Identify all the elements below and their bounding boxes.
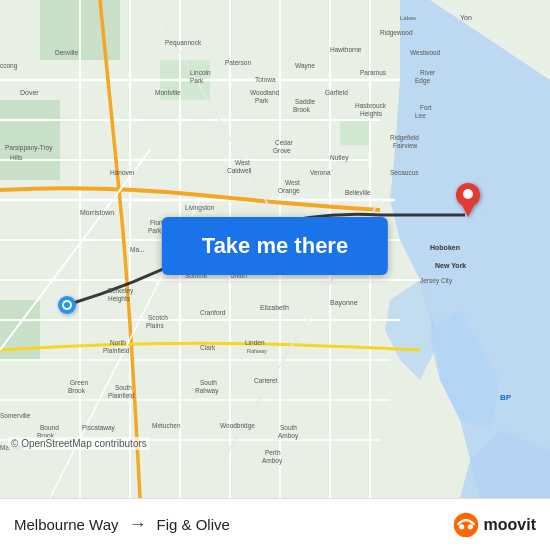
moovit-icon [452, 511, 480, 539]
svg-text:Cranford: Cranford [200, 309, 226, 316]
svg-text:Brook: Brook [293, 106, 311, 113]
svg-text:South: South [280, 424, 297, 431]
svg-text:Denville: Denville [55, 49, 79, 56]
svg-rect-9 [340, 120, 370, 145]
svg-text:Rahway: Rahway [247, 348, 267, 354]
svg-text:Heights: Heights [360, 110, 383, 118]
svg-text:Elizabeth: Elizabeth [260, 304, 289, 311]
svg-text:Berkeley: Berkeley [108, 287, 134, 295]
svg-text:Somerville: Somerville [0, 412, 31, 419]
svg-text:Rahway: Rahway [195, 387, 219, 395]
arrow-icon: → [129, 514, 147, 535]
svg-text:Caldwell: Caldwell [227, 167, 252, 174]
svg-text:Hawthorne: Hawthorne [330, 46, 362, 53]
svg-text:Bound: Bound [40, 424, 59, 431]
svg-point-121 [467, 524, 472, 529]
svg-text:Park: Park [190, 77, 204, 84]
svg-text:Heights: Heights [108, 295, 131, 303]
svg-text:South: South [115, 384, 132, 391]
svg-text:Ridgewood: Ridgewood [380, 29, 413, 37]
svg-text:Carteret: Carteret [254, 377, 278, 384]
svg-text:North: North [110, 339, 126, 346]
svg-text:Jersey City: Jersey City [420, 277, 453, 285]
svg-text:Belleville: Belleville [345, 189, 371, 196]
bottom-bar: Melbourne Way → Fig & Olive moovit [0, 498, 550, 550]
svg-text:Fairview: Fairview [393, 142, 418, 149]
svg-text:Hasbrouck: Hasbrouck [355, 102, 387, 109]
map-attribution: © OpenStreetMap contributors [8, 437, 150, 450]
svg-point-120 [459, 524, 464, 529]
svg-text:River: River [420, 69, 436, 76]
svg-text:Park: Park [255, 97, 269, 104]
moovit-text: moovit [484, 516, 536, 534]
svg-text:Verona: Verona [310, 169, 331, 176]
svg-text:West: West [235, 159, 250, 166]
app: Dover Denville Parsippany-Troy Hills Hän… [0, 0, 550, 550]
svg-text:Bayonne: Bayonne [330, 299, 358, 307]
svg-text:Amboy: Amboy [278, 432, 299, 440]
svg-text:Fort: Fort [420, 104, 432, 111]
svg-text:Brook: Brook [68, 387, 86, 394]
svg-text:Piscataway: Piscataway [82, 424, 116, 432]
svg-text:Plains: Plains [146, 322, 164, 329]
svg-text:Lakes: Lakes [400, 15, 416, 21]
svg-text:Secaucus: Secaucus [390, 169, 419, 176]
svg-text:Lincoln: Lincoln [190, 69, 211, 76]
svg-text:Ridgefield: Ridgefield [390, 134, 419, 142]
svg-text:Livingston: Livingston [185, 204, 215, 212]
svg-text:Pequannock: Pequannock [165, 39, 202, 47]
svg-rect-6 [0, 100, 60, 180]
svg-text:Metuchen: Metuchen [152, 422, 181, 429]
svg-text:Lee: Lee [415, 112, 426, 119]
svg-point-119 [453, 512, 478, 537]
map-container: Dover Denville Parsippany-Troy Hills Hän… [0, 0, 550, 498]
svg-text:Nutley: Nutley [330, 154, 349, 162]
svg-text:Orange: Orange [278, 187, 300, 195]
destination-label: Fig & Olive [157, 516, 230, 533]
svg-text:Woodbridge: Woodbridge [220, 422, 255, 430]
svg-text:Hänover: Hänover [110, 169, 135, 176]
svg-text:Totowa: Totowa [255, 76, 276, 83]
svg-point-115 [64, 302, 70, 308]
origin-label: Melbourne Way [14, 516, 119, 533]
svg-text:Ma...: Ma... [130, 246, 145, 253]
svg-text:Morristown: Morristown [80, 209, 114, 216]
svg-text:Scotch: Scotch [148, 314, 168, 321]
svg-text:Wayne: Wayne [295, 62, 315, 70]
svg-text:Cedar: Cedar [275, 139, 294, 146]
svg-text:Park: Park [148, 227, 162, 234]
svg-text:Linden: Linden [245, 339, 265, 346]
svg-point-118 [463, 189, 473, 199]
svg-text:Edge: Edge [415, 77, 431, 85]
svg-text:BP: BP [500, 393, 512, 402]
svg-text:Plainfield: Plainfield [103, 347, 130, 354]
svg-text:Woodland: Woodland [250, 89, 280, 96]
cta-button-container: Take me there [162, 217, 388, 275]
svg-text:Plainfield: Plainfield [108, 392, 135, 399]
svg-text:Hoboken: Hoboken [430, 244, 460, 251]
svg-text:South: South [200, 379, 217, 386]
svg-text:West: West [285, 179, 300, 186]
take-me-there-button[interactable]: Take me there [162, 217, 388, 275]
svg-text:Clark: Clark [200, 344, 216, 351]
svg-text:Grove: Grove [273, 147, 291, 154]
moovit-logo: moovit [452, 511, 536, 539]
svg-text:Parsippany-Troy: Parsippany-Troy [5, 144, 53, 152]
svg-text:Yon: Yon [460, 14, 472, 21]
svg-text:Montville: Montville [155, 89, 181, 96]
svg-text:Paterson: Paterson [225, 59, 251, 66]
svg-text:Dover: Dover [20, 89, 39, 96]
svg-text:Perth: Perth [265, 449, 281, 456]
svg-text:Amboy: Amboy [262, 457, 283, 465]
svg-text:ccong: ccong [0, 62, 18, 70]
svg-text:Westwood: Westwood [410, 49, 441, 56]
svg-text:Paramus: Paramus [360, 69, 387, 76]
svg-text:Hills: Hills [10, 154, 23, 161]
svg-text:Garfield: Garfield [325, 89, 348, 96]
svg-text:Green: Green [70, 379, 88, 386]
svg-text:New York: New York [435, 262, 466, 269]
svg-text:Saddle: Saddle [295, 98, 316, 105]
